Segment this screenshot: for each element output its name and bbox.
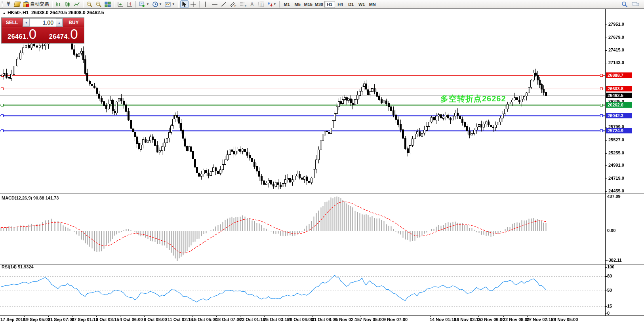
cursor-icon — [181, 1, 187, 7]
templates-button[interactable]: ▼ — [164, 0, 176, 8]
candlestick-chart-button[interactable] — [63, 0, 72, 8]
search-icon — [621, 1, 628, 8]
separator — [83, 1, 84, 8]
timeframe-m30-button[interactable]: M30 — [314, 1, 324, 8]
arrows-tool-button[interactable]: ▼ — [266, 0, 278, 8]
toolbar-right-group — [620, 0, 643, 8]
new-chart-button[interactable]: ▼ — [138, 0, 151, 8]
channel-icon: E — [230, 1, 237, 8]
rsi-indicator-label: RSI(14) 51.9324 — [2, 264, 34, 269]
separator — [114, 1, 114, 8]
crosshair-tool-button[interactable] — [189, 0, 198, 8]
chart-title: ▲HK50-,H1 26438.0 26470.5 26408.0 26462.… — [2, 10, 104, 15]
price-chart-canvas[interactable] — [0, 0, 644, 325]
periods-button[interactable]: ▼ — [151, 0, 163, 8]
trendline-tool-button[interactable] — [219, 0, 228, 8]
trendline-icon — [221, 1, 227, 8]
text-a-icon: A — [250, 1, 255, 7]
crosshair-icon — [190, 1, 196, 8]
svg-text:E: E — [234, 5, 236, 8]
horizontal-line-tool-button[interactable] — [210, 0, 219, 8]
separator — [52, 1, 53, 8]
sell-price-big-digit: 0 — [29, 28, 36, 40]
pivot-annotation-text: 多空转折点26262 — [440, 93, 506, 104]
timeframe-group: M1M5M15M30H1H4D1W1MN — [282, 1, 378, 8]
dropdown-arrow-icon: ▼ — [159, 2, 162, 6]
text-label-tool-button[interactable]: T — [257, 0, 266, 8]
tile-windows-button[interactable] — [103, 0, 112, 8]
auto-scroll-icon — [117, 1, 124, 8]
zoom-out-button[interactable] — [94, 0, 103, 8]
buy-price-main: 26474 — [49, 33, 68, 40]
fibonacci-tool-button[interactable]: F — [238, 0, 248, 8]
macd-indicator-label: MACD(12,26,9) 90.88 141.73 — [2, 196, 59, 200]
buy-price[interactable]: 26474.0 — [43, 27, 84, 43]
candlestick-chart-icon — [65, 1, 71, 8]
line-chart-icon — [74, 1, 80, 8]
separator — [135, 1, 136, 8]
vertical-line-tool-button[interactable] — [202, 0, 210, 8]
periods-clock-icon — [152, 1, 158, 8]
volume-decrease-button[interactable]: ▼ — [23, 19, 30, 27]
timeframe-m5-button[interactable]: M5 — [292, 1, 303, 8]
dropdown-arrow-icon: ▼ — [146, 2, 149, 6]
vertical-line-icon — [203, 1, 208, 8]
autotrading-button[interactable]: 自动交易 — [22, 0, 50, 8]
volume-increase-button[interactable]: ▲ — [56, 19, 63, 27]
volume-value[interactable]: 1.00 — [30, 19, 56, 27]
separator — [279, 1, 280, 8]
buy-price-big-digit: 0 — [70, 28, 78, 40]
dropdown-arrow-icon: ▼ — [273, 2, 276, 6]
sell-price[interactable]: 26461.0 — [2, 27, 43, 43]
chat-icon — [632, 1, 640, 8]
gold-package-button[interactable] — [13, 0, 21, 8]
separator — [199, 1, 200, 8]
line-chart-button[interactable] — [72, 0, 81, 8]
bar-chart-button[interactable] — [54, 0, 63, 8]
chat-button[interactable] — [631, 0, 641, 8]
volume-spinner: ▼ 1.00 ▲ — [23, 18, 63, 27]
main-toolbar: 单 自动交易 ▼ ▼ ▼ E F A T ▼ — [0, 0, 644, 9]
arrows-icon — [267, 1, 273, 8]
new-order-label: 单 — [6, 1, 11, 8]
sell-price-main: 26461 — [8, 33, 26, 40]
collapse-marker-icon: ▲ — [2, 11, 6, 15]
search-button[interactable] — [620, 0, 629, 8]
timeframe-h4-button[interactable]: H4 — [335, 1, 346, 8]
sell-button[interactable]: SELL — [2, 18, 22, 27]
fibonacci-icon: F — [240, 1, 247, 8]
equidistant-channel-tool-button[interactable]: E — [229, 0, 238, 8]
text-label-icon: T — [258, 1, 265, 8]
timeframe-w1-button[interactable]: W1 — [356, 1, 367, 8]
zoom-out-icon — [95, 1, 102, 8]
svg-text:F: F — [245, 5, 246, 8]
symbol-period-label: HK50-,H1 — [8, 10, 29, 15]
new-chart-icon — [139, 1, 146, 8]
timeframe-m1-button[interactable]: M1 — [282, 1, 292, 8]
new-order-button[interactable]: 单 — [4, 0, 13, 8]
ohlc-values-label: 26438.0 26470.5 26408.0 26462.5 — [31, 10, 104, 15]
horizontal-line-icon — [211, 2, 218, 7]
zoom-in-button[interactable] — [85, 0, 94, 8]
auto-scroll-button[interactable] — [116, 0, 125, 8]
svg-text:A: A — [250, 2, 254, 7]
templates-icon — [165, 1, 171, 8]
svg-text:T: T — [260, 2, 262, 7]
zoom-in-icon — [86, 1, 93, 8]
autotrading-label: 自动交易 — [30, 1, 49, 8]
timeframe-m15-button[interactable]: M15 — [303, 1, 314, 8]
one-click-trading-panel: SELL ▼ 1.00 ▲ BUY 26461.0 26474.0 — [1, 17, 84, 44]
autotrading-icon — [23, 2, 29, 7]
cursor-tool-button[interactable] — [180, 0, 189, 8]
text-tool-button[interactable]: A — [248, 0, 257, 8]
trading-terminal-window: 单 自动交易 ▼ ▼ ▼ E F A T ▼ — [0, 0, 644, 325]
dropdown-arrow-icon: ▼ — [172, 2, 175, 6]
toolbar-grip[interactable] — [2, 1, 3, 8]
separator — [178, 1, 179, 8]
bar-chart-icon — [55, 1, 62, 8]
chart-shift-icon — [126, 1, 133, 8]
timeframe-d1-button[interactable]: D1 — [346, 1, 356, 8]
chart-shift-button[interactable] — [125, 0, 134, 8]
timeframe-h1-button[interactable]: H1 — [324, 1, 335, 8]
timeframe-mn-button[interactable]: MN — [367, 1, 378, 8]
